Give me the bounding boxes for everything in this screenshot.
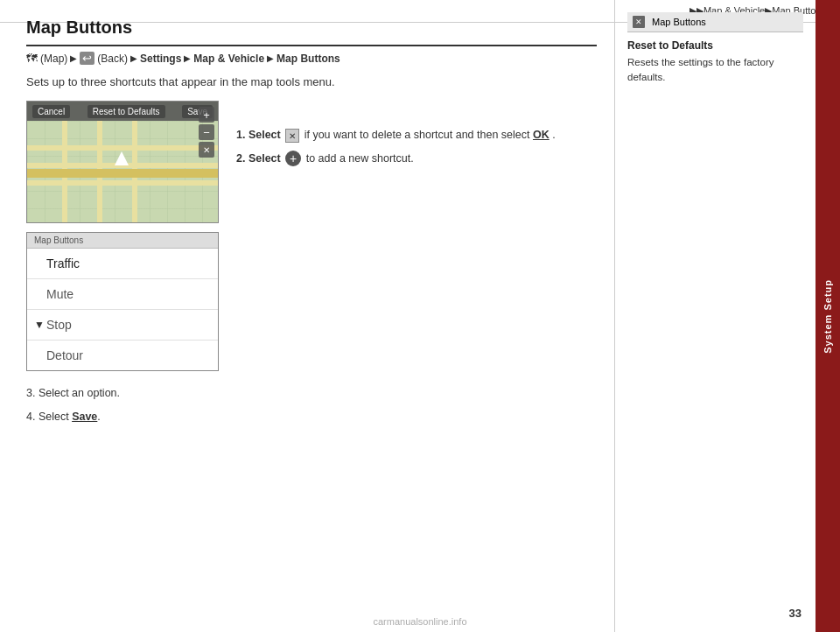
list-item-mute[interactable]: Mute xyxy=(27,279,218,310)
stop-bullet: ▼ xyxy=(34,319,45,331)
nav-back-label: (Back) xyxy=(97,53,128,65)
map-buttons-icon: ✕ xyxy=(633,16,645,28)
map-controls: + − ✕ xyxy=(199,107,214,158)
instructions-area: 1. Select ✕ if you want to delete a shor… xyxy=(236,101,556,174)
nav-arrow4: ▶ xyxy=(267,53,274,63)
cancel-button[interactable]: Cancel xyxy=(32,105,70,118)
step4-save: Save xyxy=(72,411,97,423)
road-main xyxy=(27,169,218,178)
reset-defaults-text: Resets the settings to the factory defau… xyxy=(627,55,803,86)
step-1: 1. Select ✕ if you want to delete a shor… xyxy=(236,127,556,144)
right-panel-header: ✕ Map Buttons xyxy=(627,12,803,32)
page-number: 33 xyxy=(789,607,802,620)
step2-text: to add a new shortcut. xyxy=(306,152,414,165)
step-3: 3. Select an option. xyxy=(26,385,597,402)
zoom-out-button[interactable]: − xyxy=(199,124,214,140)
nav-arrow2: ▶ xyxy=(130,53,137,63)
sidebar-label: System Setup xyxy=(822,279,833,354)
list-item-traffic[interactable]: Traffic xyxy=(27,249,218,279)
right-panel-header-text: Map Buttons xyxy=(652,17,706,27)
map-buttons-list: Map Buttons Traffic Mute ▼ Stop xyxy=(26,232,219,371)
map-area: Cancel Reset to Defaults Save xyxy=(26,101,219,371)
main-content: Map Buttons 🗺 (Map) ▶ ↩ (Back) ▶ Setting… xyxy=(0,0,816,632)
nav-settings: Settings xyxy=(140,53,181,65)
nav-map-icon: 🗺 xyxy=(26,52,38,65)
nav-map-vehicle: Map & Vehicle xyxy=(193,53,264,65)
list-item-stop[interactable]: ▼ Stop xyxy=(27,310,218,341)
nav-arrow3: ▶ xyxy=(184,53,191,63)
step1-text: if you want to delete a shortcut and the… xyxy=(304,129,533,141)
compass-button[interactable]: ✕ xyxy=(199,142,214,158)
page-title: Map Buttons xyxy=(26,18,597,46)
mute-label: Mute xyxy=(46,287,74,301)
system-setup-sidebar: System Setup xyxy=(816,0,840,632)
left-panel: Map Buttons 🗺 (Map) ▶ ↩ (Back) ▶ Setting… xyxy=(0,0,614,632)
lower-steps: 3. Select an option. 4. Select Save. xyxy=(26,385,597,425)
map-buttons-list-header: Map Buttons xyxy=(27,233,218,249)
step1-suffix: . xyxy=(552,129,555,141)
step2-number: 2. Select xyxy=(236,152,284,165)
step1-number: 1. Select xyxy=(236,129,284,141)
nav-map-buttons: Map Buttons xyxy=(276,53,340,65)
nav-map-label: (Map) xyxy=(40,53,67,65)
reset-defaults-title: Reset to Defaults xyxy=(627,39,803,52)
stop-label: Stop xyxy=(46,318,72,332)
nav-back-icon: ↩ xyxy=(80,52,94,65)
traffic-label: Traffic xyxy=(46,256,80,270)
map-screenshot: Cancel Reset to Defaults Save xyxy=(26,101,219,223)
add-shortcut-icon[interactable]: + xyxy=(285,151,301,166)
car-marker xyxy=(115,151,129,165)
nav-arrow1: ▶ xyxy=(70,53,77,63)
list-item-detour[interactable]: Detour xyxy=(27,341,218,370)
step4-prefix: 4. Select xyxy=(26,411,72,423)
delete-icon[interactable]: ✕ xyxy=(285,129,299,143)
map-background xyxy=(27,121,218,222)
reset-defaults-button[interactable]: Reset to Defaults xyxy=(88,105,165,118)
step-4: 4. Select Save. xyxy=(26,409,597,425)
zoom-in-button[interactable]: + xyxy=(199,107,214,123)
watermark: carmanualsonline.info xyxy=(373,616,466,627)
road-h3 xyxy=(27,180,218,186)
nav-path: 🗺 (Map) ▶ ↩ (Back) ▶ Settings ▶ Map & Ve… xyxy=(26,52,597,65)
detour-label: Detour xyxy=(46,348,83,362)
map-toolbar: Cancel Reset to Defaults Save xyxy=(27,102,218,121)
step-2: 2. Select + to add a new shortcut. xyxy=(236,151,556,167)
right-info-panel: ✕ Map Buttons Reset to Defaults Resets t… xyxy=(614,0,816,632)
step1-ok: OK xyxy=(533,129,550,141)
step4-suffix: . xyxy=(97,411,100,423)
road-h1 xyxy=(27,145,218,151)
description-text: Sets up to three shortcuts that appear i… xyxy=(26,75,597,88)
